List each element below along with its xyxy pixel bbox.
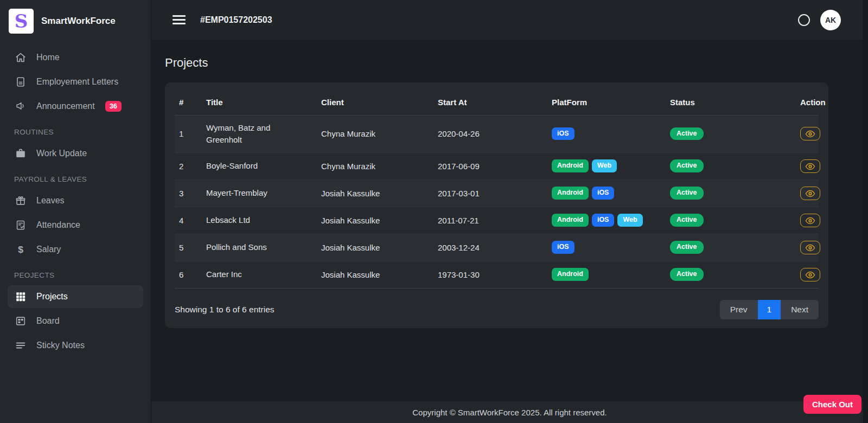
cell-platform: iOS bbox=[547, 234, 666, 261]
sidebar-section-payroll-leaves: PAYROLL & LEAVES bbox=[8, 166, 143, 188]
status-badge: Active bbox=[670, 187, 704, 199]
view-eye-button[interactable] bbox=[800, 241, 820, 254]
cell-client: Chyna Murazik bbox=[317, 116, 433, 153]
board-icon bbox=[14, 315, 27, 328]
column-header-platform: PlatForm bbox=[547, 87, 666, 116]
entries-summary: Showing 1 to 6 of 6 entries bbox=[175, 305, 275, 315]
sidebar-item-label: Work Update bbox=[36, 149, 87, 158]
platform-badge-ios: iOS bbox=[552, 127, 575, 140]
home-icon bbox=[14, 51, 27, 64]
sidebar-item-home[interactable]: Home bbox=[8, 46, 143, 69]
document-icon bbox=[14, 75, 27, 88]
sidebar-section-peojects: PEOJECTS bbox=[8, 262, 143, 284]
table-row: 3Mayert-TremblayJosiah Kassulke2017-03-0… bbox=[175, 180, 819, 207]
sidebar-item-salary[interactable]: $ Salary bbox=[8, 238, 143, 261]
cell-title: Boyle-Sanford bbox=[202, 152, 317, 180]
scrollbar[interactable] bbox=[863, 0, 868, 423]
sidebar-item-projects[interactable]: Projects bbox=[8, 285, 143, 308]
cell-action bbox=[796, 180, 819, 207]
cell-platform: AndroidiOSWeb bbox=[547, 207, 666, 234]
column-header-start: Start At bbox=[433, 87, 547, 116]
sidebar-item-label: Announcement bbox=[36, 101, 95, 111]
cell-action bbox=[796, 261, 819, 288]
employee-id: #EMP0157202503 bbox=[200, 15, 272, 25]
cell-status: Active bbox=[666, 234, 796, 261]
sidebar-section-routines: ROUTINES bbox=[8, 119, 143, 140]
cell-platform: Android bbox=[547, 261, 666, 288]
cell-client: Josiah Kassulke bbox=[317, 180, 433, 207]
platform-badge-ios: iOS bbox=[592, 187, 615, 199]
cell-start-at: 2011-07-21 bbox=[433, 207, 547, 234]
column-header-num: # bbox=[175, 87, 202, 116]
table-header-row: # Title Client Start At PlatForm Status … bbox=[175, 87, 819, 116]
cell-client: Josiah Kassulke bbox=[317, 261, 433, 288]
cell-client: Josiah Kassulke bbox=[317, 207, 433, 234]
sidebar-item-sticky-notes[interactable]: Sticky Notes bbox=[8, 334, 143, 357]
cell-platform: AndroidiOS bbox=[547, 180, 666, 207]
page-title: Projects bbox=[165, 56, 828, 70]
cell-status: Active bbox=[666, 152, 796, 180]
view-eye-button[interactable] bbox=[800, 187, 820, 200]
platform-badge-android: Android bbox=[552, 268, 589, 280]
platform-badge-web: Web bbox=[592, 159, 617, 172]
cell-title: Carter Inc bbox=[202, 261, 317, 288]
pagination: Prev 1 Next bbox=[720, 300, 819, 319]
platform-badge-ios: iOS bbox=[592, 214, 615, 226]
sidebar: S SmartWorkForce Home Employement Letter… bbox=[0, 0, 151, 423]
cell-num: 3 bbox=[175, 180, 202, 207]
pagination-next-button[interactable]: Next bbox=[781, 300, 819, 319]
topbar: #EMP0157202503 AK bbox=[151, 0, 868, 40]
sidebar-item-label: Home bbox=[36, 53, 60, 62]
sidebar-item-employement-letters[interactable]: Employement Letters bbox=[8, 70, 143, 93]
platform-badge-android: Android bbox=[552, 214, 589, 226]
platform-badge-android: Android bbox=[552, 159, 589, 172]
sidebar-item-board[interactable]: Board bbox=[8, 310, 143, 332]
table-row: 6Carter IncJosiah Kassulke1973-01-30Andr… bbox=[175, 261, 819, 288]
briefcase-icon bbox=[14, 147, 27, 160]
table-row: 1Wyman, Batz and GreenholtChyna Murazik2… bbox=[175, 116, 819, 153]
sidebar-item-leaves[interactable]: Leaves bbox=[8, 189, 143, 212]
avatar[interactable]: AK bbox=[820, 10, 841, 30]
cell-status: Active bbox=[666, 116, 796, 153]
grid-icon bbox=[14, 290, 27, 303]
sidebar-item-announcement[interactable]: Announcement 36 bbox=[8, 95, 143, 118]
pagination-page-1-button[interactable]: 1 bbox=[758, 300, 781, 319]
megaphone-icon bbox=[14, 100, 27, 113]
cell-num: 5 bbox=[175, 234, 202, 261]
view-eye-button[interactable] bbox=[800, 214, 820, 227]
sidebar-item-attendance[interactable]: Attendance bbox=[8, 214, 143, 236]
theme-toggle-icon[interactable] bbox=[798, 14, 810, 26]
main-area: #EMP0157202503 AK Projects # Title bbox=[151, 0, 868, 423]
table-body: 1Wyman, Batz and GreenholtChyna Murazik2… bbox=[175, 116, 819, 289]
brand-logo: S bbox=[9, 9, 34, 34]
cell-title: Wyman, Batz and Greenholt bbox=[202, 116, 317, 153]
hamburger-menu-icon[interactable] bbox=[173, 15, 186, 24]
view-eye-button[interactable] bbox=[800, 268, 820, 281]
check-out-button[interactable]: Check Out bbox=[803, 395, 861, 414]
cell-num: 4 bbox=[175, 207, 202, 234]
table-row: 2Boyle-SanfordChyna Murazik2017-06-09And… bbox=[175, 152, 819, 180]
platform-badge-ios: iOS bbox=[552, 241, 575, 253]
cell-action bbox=[796, 152, 819, 180]
view-eye-button[interactable] bbox=[800, 127, 820, 140]
cell-action bbox=[796, 207, 819, 234]
view-eye-button[interactable] bbox=[800, 159, 820, 173]
cell-platform: AndroidWeb bbox=[547, 152, 666, 180]
pagination-prev-button[interactable]: Prev bbox=[720, 300, 758, 319]
cell-start-at: 2017-06-09 bbox=[433, 152, 547, 180]
sidebar-item-label: Board bbox=[36, 316, 60, 326]
cell-start-at: 2003-12-24 bbox=[433, 234, 547, 261]
cell-title: Pollich and Sons bbox=[202, 234, 317, 261]
sidebar-item-label: Salary bbox=[36, 245, 61, 254]
status-badge: Active bbox=[670, 214, 704, 226]
column-header-status: Status bbox=[666, 87, 796, 116]
brand-name: SmartWorkForce bbox=[41, 16, 116, 27]
cell-status: Active bbox=[666, 261, 796, 288]
table-row: 5Pollich and SonsJosiah Kassulke2003-12-… bbox=[175, 234, 819, 261]
cell-start-at: 2017-03-01 bbox=[433, 180, 547, 207]
projects-table: # Title Client Start At PlatForm Status … bbox=[175, 87, 819, 289]
platform-badge-android: Android bbox=[552, 187, 589, 199]
sidebar-item-work-update[interactable]: Work Update bbox=[8, 142, 143, 165]
app-window: S SmartWorkForce Home Employement Letter… bbox=[0, 0, 868, 423]
svg-text:$: $ bbox=[18, 244, 23, 255]
